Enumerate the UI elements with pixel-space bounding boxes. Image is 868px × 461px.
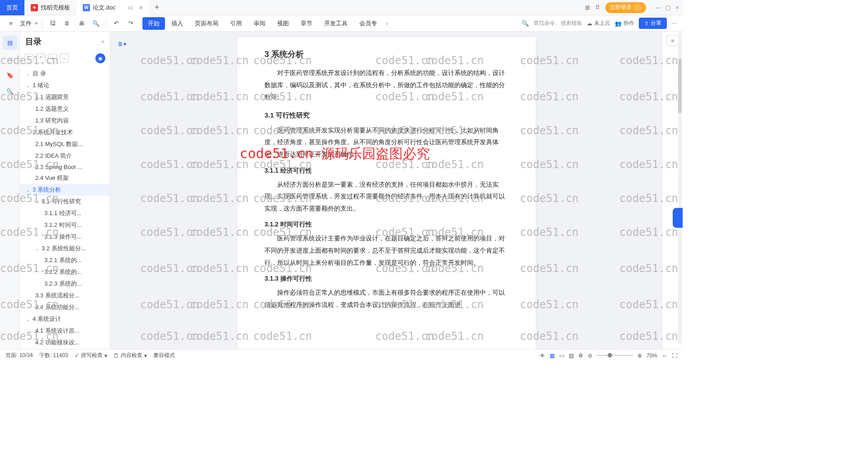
apps-icon[interactable]: ⠿	[595, 4, 600, 11]
right-panel-icon[interactable]: ≡	[666, 35, 679, 46]
cloud-status[interactable]: ☁未上云	[587, 19, 610, 27]
collab-icon: 👥	[615, 20, 622, 27]
ribbon-tab-7[interactable]: 开发工具	[319, 17, 353, 30]
redo-icon[interactable]: ↷	[125, 18, 136, 29]
paragraph: 医药管理系统开发实现分析需要从不同的角度来进行分析可行性，比如从时间角度，经济角…	[264, 124, 509, 160]
clipboard-icon[interactable]: ▭	[3, 52, 17, 66]
word-count[interactable]: 字数: 11403	[39, 352, 68, 359]
paragraph: 对于医药管理系统开发设计到的流程有，分析系统的功能，设计系统的结构，设计数据库，…	[264, 67, 509, 103]
toc-item[interactable]: 3.1.1 经济可...	[20, 207, 110, 219]
add-heading-icon[interactable]: +	[48, 54, 57, 63]
toc-item[interactable]: 1.1 选题背景	[20, 91, 110, 103]
table-of-contents: ⌄目 录⌄1 绪论1.1 选题背景1.2 选题意义1.3 研究内容⌄2 系统开发…	[20, 65, 110, 349]
pin-icon[interactable]: ▭	[127, 4, 133, 11]
add-tab-button[interactable]: +	[149, 3, 165, 12]
page-view-icon[interactable]: ▦	[550, 353, 555, 359]
zoom-value[interactable]: 70%	[646, 353, 657, 359]
sidebar-close-icon[interactable]: ×	[101, 38, 104, 45]
save-icon[interactable]: 🖫	[47, 18, 58, 29]
close-tab-icon[interactable]: ×	[139, 4, 143, 11]
outline-icon[interactable]: ▤	[3, 35, 17, 50]
collab-button[interactable]: 👥协作	[615, 19, 634, 27]
page-indicator[interactable]: 页面: 10/34	[5, 352, 33, 359]
toc-label: 3.1.2 时间可...	[44, 221, 81, 229]
undo-icon[interactable]: ↶	[111, 18, 122, 29]
toc-label: 2.1 MySQL 数据...	[35, 140, 83, 148]
fullscreen-icon[interactable]: ⛶	[672, 353, 677, 359]
login-button[interactable]: 立即登录	[605, 2, 646, 13]
zoom-out-icon[interactable]: ⊖	[588, 353, 592, 359]
toc-item[interactable]: 3.1.2 时间可...	[20, 219, 110, 231]
saveas-icon[interactable]: 🗎	[61, 18, 72, 29]
toc-item[interactable]: 2.3 Spring Boot ...	[20, 162, 110, 172]
toc-item[interactable]: ⌄3.1 可行性研究	[20, 196, 110, 207]
ribbon-tab-2[interactable]: 页面布局	[189, 17, 224, 30]
scrollbar-thumb[interactable]	[678, 59, 682, 113]
ribbon-tab-1[interactable]: 插入	[166, 17, 189, 30]
chevron-down-icon: ⌄	[26, 317, 32, 322]
ribbon-tab-3[interactable]: 引用	[225, 17, 247, 30]
toc-item[interactable]: 3.2.2 系统的...	[20, 266, 110, 278]
settings-icon[interactable]: ⚙	[578, 353, 583, 359]
zoom-slider[interactable]	[597, 355, 633, 356]
search-command[interactable]: 查找命令、搜索模板	[533, 19, 582, 27]
menu-icon[interactable]: ≡	[5, 18, 16, 29]
toc-item[interactable]: 3.2.3 系统的...	[20, 278, 110, 290]
preview-icon[interactable]: 🔍	[90, 18, 101, 29]
content-check[interactable]: 🗒 内容检查 ▾	[113, 352, 147, 359]
toc-item[interactable]: 3.2.1 系统的...	[20, 254, 110, 266]
toc-item[interactable]: 4.1 系统设计原...	[20, 325, 110, 337]
toc-item[interactable]: 4.2 功能模块设...	[20, 337, 110, 348]
toc-item[interactable]: ⌄目 录	[20, 68, 110, 80]
ai-assistant-icon[interactable]: ◉	[95, 53, 105, 63]
print-icon[interactable]: 🖶	[76, 18, 87, 29]
toc-item[interactable]: 1.3 研究内容	[20, 115, 110, 127]
toc-item[interactable]: 3.1.3 操作可...	[20, 231, 110, 243]
share-button[interactable]: ⇪分享	[639, 18, 667, 29]
toc-item[interactable]: 3.3 系统流程分...	[20, 290, 110, 301]
remove-heading-icon[interactable]: −	[60, 54, 69, 63]
toc-item[interactable]: ⌄2 系统开发技术	[20, 127, 110, 138]
read-mode-icon[interactable]: 👁	[540, 353, 545, 359]
tab-home[interactable]: 首页	[0, 0, 24, 15]
toc-item[interactable]: 2.4 Vue 框架	[20, 172, 110, 184]
find-icon[interactable]: 🔍	[3, 84, 17, 99]
ribbon-tab-6[interactable]: 章节	[295, 17, 318, 30]
maximize-icon[interactable]: ▢	[665, 4, 671, 11]
heading-3: 3.1 可行性研究	[264, 111, 509, 120]
doc-page-icon[interactable]: 🗎▾	[118, 41, 127, 47]
zoom-in-icon[interactable]: ⊕	[637, 353, 642, 359]
feedback-tab[interactable]	[673, 208, 683, 228]
ribbon-tab-5[interactable]: 视图	[272, 17, 294, 30]
ribbon-tab-8[interactable]: 会员专	[354, 17, 382, 30]
ribbon-tab-4[interactable]: 审阅	[248, 17, 271, 30]
layout-icon[interactable]: ⊞	[585, 4, 590, 11]
toc-item[interactable]: ⌄3 系统分析	[20, 184, 110, 196]
bookmark-icon[interactable]: 🔖	[3, 68, 17, 82]
minimize-icon[interactable]: —	[655, 4, 661, 11]
paragraph: 医药管理系统设计主要作为毕业设计，在题目确定之后，答辩之前使用的项目，对不同的开…	[264, 232, 509, 268]
file-menu[interactable]: 文件	[20, 19, 32, 28]
expand-all-icon[interactable]: ⌃	[36, 54, 45, 63]
compat-mode[interactable]: 兼容模式	[153, 352, 175, 359]
close-window-icon[interactable]: ×	[675, 4, 679, 11]
collapse-all-icon[interactable]: ⌄	[24, 54, 33, 63]
document-area[interactable]: 🗎▾ 3 系统分析 对于医药管理系统开发设计到的流程有，分析系统的功能，设计系统…	[110, 32, 663, 349]
toc-item[interactable]: 1.2 选题意义	[20, 103, 110, 115]
toc-item[interactable]: 2.1 MySQL 数据...	[20, 138, 110, 150]
tab-template[interactable]: ✦找稻壳模板	[24, 0, 76, 15]
outline-view-icon[interactable]: ▤	[569, 353, 574, 359]
tab-scroll-icon[interactable]: ›	[386, 20, 388, 27]
tab-document[interactable]: W论文.doc▭×	[76, 0, 149, 15]
ribbon-tab-0[interactable]: 开始	[142, 17, 165, 30]
toc-item[interactable]: ⌄4 系统设计	[20, 313, 110, 325]
toc-item[interactable]: 3.4 系统功能分...	[20, 301, 110, 313]
more-icon[interactable]: ⋯	[671, 20, 677, 27]
toc-item[interactable]: ⌄1 绪论	[20, 80, 110, 91]
sidebar: 目录 × ⌄ ⌃ + − ◉ ⌄目 录⌄1 绪论1.1 选题背景1.2 选题意义…	[20, 32, 110, 349]
fit-icon[interactable]: ↔	[662, 353, 667, 359]
spell-check[interactable]: ✓ 拼写检查 ▾	[75, 352, 107, 359]
toc-item[interactable]: ⌄3.2 系统性能分...	[20, 243, 110, 254]
web-view-icon[interactable]: ▭	[559, 353, 564, 359]
toc-item[interactable]: 2.2 IDEA 简介	[20, 150, 110, 162]
